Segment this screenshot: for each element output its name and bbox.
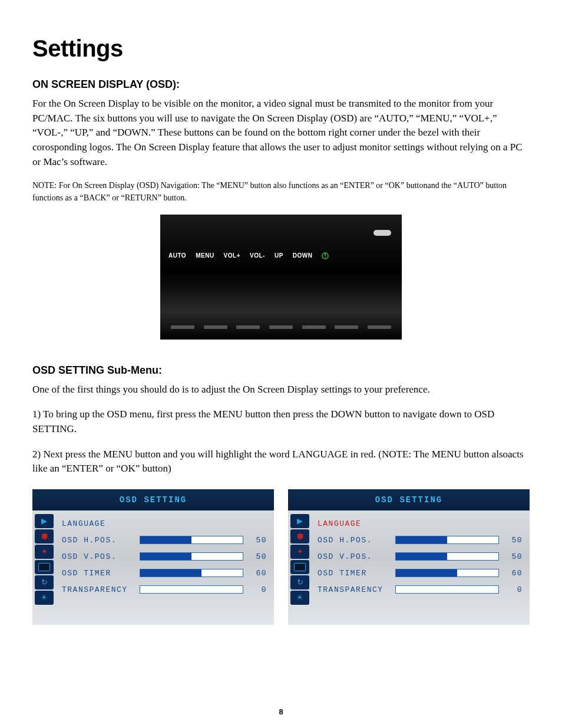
bright-icon: ☀	[35, 591, 54, 605]
osd-slider	[140, 552, 243, 561]
monitor-bezel-photo: AUTO MENU VOL+ VOL- UP DOWN	[160, 215, 402, 340]
bezel-button-row	[171, 325, 391, 329]
osd-label: TRANSPARENCY	[62, 585, 140, 594]
osd-icon-column: ▶ ⬢ ✦ ↻ ☀	[32, 510, 57, 608]
osd-label: OSD TIMER	[62, 569, 140, 578]
osd-slider	[395, 536, 499, 544]
osd-list-right: LANGUAGE OSD H.POS. 50 OSD V.POS. 50 OSD…	[313, 510, 530, 608]
bezel-down-label: DOWN	[293, 252, 313, 259]
section-note-osd: NOTE: For On Screen Display (OSD) Naviga…	[32, 180, 530, 204]
color-icon: ✦	[35, 545, 54, 559]
reset-icon: ↻	[290, 575, 309, 589]
play-icon: ▶	[35, 514, 54, 528]
osd-value: 60	[506, 569, 523, 578]
osd-item-hpos: OSD H.POS. 50	[62, 532, 267, 548]
osd-slider	[140, 536, 243, 544]
bezel-pill	[373, 230, 391, 236]
osd-label: TRANSPARENCY	[318, 585, 395, 594]
osd-item-timer: OSD TIMER 60	[318, 565, 523, 581]
osd-slider	[140, 585, 243, 594]
osd-slider	[395, 552, 499, 561]
osd-icon-column: ▶ ⬢ ✦ ↻ ☀	[288, 510, 313, 608]
osd-value: 50	[250, 552, 267, 561]
osd-screenshots-row: OSD SETTING ▶ ⬢ ✦ ↻ ☀ LANGUAGE OSD H.POS…	[32, 489, 530, 625]
osd-value: 60	[250, 569, 267, 578]
bezel-menu-label: MENU	[196, 252, 214, 259]
adjust-icon: ⬢	[290, 529, 309, 543]
osd-value: 50	[506, 552, 523, 561]
play-icon: ▶	[290, 514, 309, 528]
osd-label: OSD TIMER	[318, 569, 395, 578]
osd-label: OSD V.POS.	[62, 552, 140, 561]
osd-item-vpos: OSD V.POS. 50	[62, 548, 267, 565]
bezel-volp-label: VOL+	[224, 252, 240, 259]
bezel-button-labels: AUTO MENU VOL+ VOL- UP DOWN	[160, 252, 402, 259]
osd-item-language-highlighted: LANGUAGE	[318, 515, 523, 532]
reset-icon: ↻	[35, 575, 54, 589]
osd-label: OSD V.POS.	[318, 552, 395, 561]
osd-item-vpos: OSD V.POS. 50	[318, 548, 523, 565]
osd-header: OSD SETTING	[288, 489, 530, 510]
adjust-icon: ⬢	[35, 529, 54, 543]
osd-panel-left: OSD SETTING ▶ ⬢ ✦ ↻ ☀ LANGUAGE OSD H.POS…	[32, 489, 274, 625]
section-body-osd: For the On Screen Display to be visible …	[32, 97, 530, 169]
osd-icon	[35, 560, 54, 574]
power-icon	[322, 252, 329, 259]
osd-value: 0	[506, 585, 523, 594]
bezel-up-label: UP	[275, 252, 283, 259]
bright-icon: ☀	[290, 591, 309, 605]
osd-slider	[395, 569, 499, 577]
osd-header: OSD SETTING	[32, 489, 274, 510]
osd-label: OSD H.POS.	[318, 536, 395, 545]
osd-slider	[140, 569, 243, 577]
osd-label: LANGUAGE	[318, 519, 395, 528]
osd-list-left: LANGUAGE OSD H.POS. 50 OSD V.POS. 50 OSD…	[57, 510, 274, 608]
osd-label: LANGUAGE	[62, 519, 140, 528]
osd-slider	[395, 585, 499, 594]
osd-item-transparency: TRANSPARENCY 0	[62, 581, 267, 598]
page-title: Settings	[32, 35, 530, 62]
osd-icon	[290, 560, 309, 574]
osd-item-hpos: OSD H.POS. 50	[318, 532, 523, 548]
section-heading-osd: ON SCREEN DISPLAY (OSD):	[32, 78, 530, 91]
osd-item-timer: OSD TIMER 60	[62, 565, 267, 581]
bezel-volm-label: VOL-	[250, 252, 265, 259]
osd-panel-right: OSD SETTING ▶ ⬢ ✦ ↻ ☀ LANGUAGE OSD H.POS…	[288, 489, 530, 625]
osd-label: OSD H.POS.	[62, 536, 140, 545]
submenu-p3: 2) Next press the MENU button and you wi…	[32, 447, 530, 476]
bezel-auto-label: AUTO	[168, 252, 186, 259]
osd-item-language: LANGUAGE	[62, 515, 267, 532]
page-number: 8	[0, 707, 562, 716]
submenu-p1: One of the first things you should do is…	[32, 383, 530, 397]
osd-item-transparency: TRANSPARENCY 0	[318, 581, 523, 598]
section-heading-submenu: OSD SETTING Sub-Menu:	[32, 364, 530, 377]
osd-value: 50	[506, 536, 523, 545]
osd-value: 50	[250, 536, 267, 545]
osd-value: 0	[250, 585, 267, 594]
submenu-p2: 1) To bring up the OSD menu, first press…	[32, 407, 530, 436]
color-icon: ✦	[290, 545, 309, 559]
